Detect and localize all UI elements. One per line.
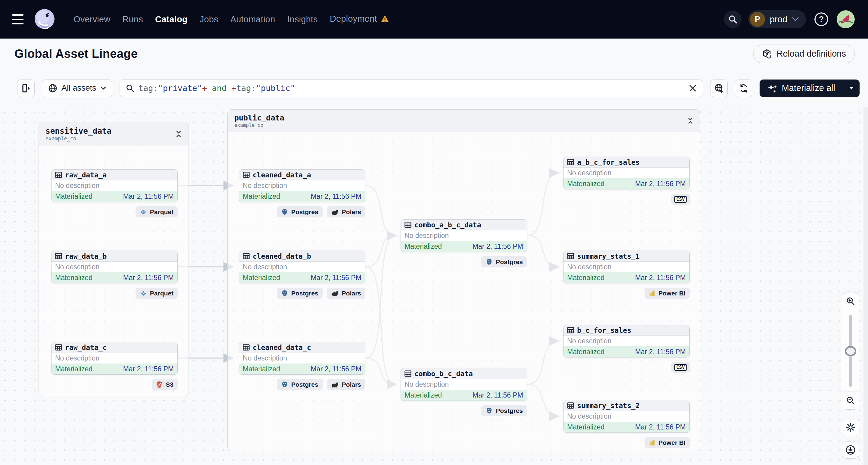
open-panel-icon — [21, 83, 31, 94]
nav-item-insights[interactable]: Insights — [287, 14, 318, 24]
materialize-all-split-button: Materialize all — [760, 80, 860, 97]
globe-plus-icon — [714, 83, 724, 93]
asset-description: No description — [239, 262, 365, 272]
asset-search-input[interactable]: tag:"private"+ and +tag:"public" — [120, 80, 703, 97]
polars-icon — [331, 209, 339, 215]
asset-node-cleaned-data-c[interactable]: cleaned_data_c No description Materializ… — [239, 342, 365, 375]
zoom-slider-thumb[interactable] — [845, 346, 856, 356]
tag-postgres: Postgres — [481, 405, 527, 416]
asset-node-combo-b-c-data[interactable]: combo_b_c_data No description Materializ… — [401, 368, 527, 401]
asset-node-raw-data-b[interactable]: raw_data_b No description Materialized M… — [51, 251, 178, 283]
status-badge: Materialized — [404, 391, 442, 399]
asset-node-b-c-for-sales[interactable]: b_c_for_sales No description Materialize… — [563, 324, 690, 358]
group-header[interactable]: sensitive_data example_co — [39, 122, 189, 146]
group-location: example_co — [234, 122, 284, 128]
asset-description: No description — [563, 336, 689, 346]
asset-name: cleaned_data_b — [253, 252, 311, 260]
environment-switcher[interactable]: P prod — [748, 10, 806, 28]
zoom-out-button[interactable] — [842, 392, 859, 409]
nav-item-deployment[interactable]: Deployment — [330, 14, 389, 25]
zoom-in-button[interactable] — [842, 292, 859, 310]
asset-node-a-b-c-for-sales[interactable]: a_b_c_for_sales No description Materiali… — [563, 157, 690, 189]
nav-item-overview[interactable]: Overview — [73, 14, 110, 24]
asset-tags: CSV — [563, 194, 690, 205]
polars-icon — [331, 290, 339, 297]
table-icon — [243, 253, 250, 259]
collapse-group-icon[interactable] — [175, 131, 182, 137]
page-title: Global Asset Lineage — [14, 47, 137, 61]
asset-node-summary-stats-2[interactable]: summary_stats_2 No description Materiali… — [563, 400, 690, 433]
tag-csv: CSV — [671, 194, 690, 205]
asset-description: No description — [52, 262, 177, 272]
nav-item-automation[interactable]: Automation — [230, 14, 275, 24]
asset-node-cleaned-data-b[interactable]: cleaned_data_b No description Materializ… — [239, 251, 365, 283]
asset-tags: Power BI — [563, 437, 690, 448]
csv-icon: CSV — [674, 364, 687, 371]
asset-scope-selector[interactable]: All assets — [42, 80, 112, 97]
postgres-icon — [281, 208, 288, 216]
asset-description: No description — [52, 180, 177, 191]
chevron-down-icon — [792, 17, 799, 21]
materialization-timestamp: Mar 2, 11:56 PM — [472, 242, 523, 251]
tag-parquet: Parquet — [135, 288, 178, 299]
zoom-out-icon — [846, 396, 855, 405]
asset-tags: Power BI — [563, 288, 690, 299]
collapse-group-icon[interactable] — [687, 118, 693, 124]
group-header[interactable]: public_data example_co — [228, 110, 700, 132]
zoom-slider[interactable] — [842, 310, 859, 392]
status-badge: Materialized — [243, 192, 280, 200]
table-icon — [55, 344, 62, 351]
materialize-all-button[interactable]: Materialize all — [760, 80, 843, 97]
materialization-timestamp: Mar 2, 11:56 PM — [635, 423, 686, 431]
asset-node-raw-data-a[interactable]: raw_data_a No description Materialized M… — [51, 169, 178, 202]
asset-description: No description — [239, 180, 365, 191]
lineage-toolbar: All assets tag:"private"+ and +tag:"publ… — [0, 69, 868, 107]
nav-item-runs[interactable]: Runs — [122, 14, 143, 24]
s3-icon — [156, 381, 163, 388]
table-icon — [243, 172, 250, 178]
status-badge: Materialized — [567, 180, 604, 188]
nav-item-jobs[interactable]: Jobs — [200, 14, 218, 24]
clear-search-icon[interactable] — [689, 84, 696, 92]
canvas-scrollbar[interactable] — [864, 107, 868, 465]
table-icon — [243, 344, 250, 351]
menu-icon[interactable] — [12, 14, 25, 24]
toggle-sidebar-button[interactable] — [17, 80, 35, 97]
asset-description: No description — [401, 379, 527, 390]
asset-tags: Postgres — [401, 405, 527, 416]
refresh-button[interactable] — [735, 80, 752, 97]
parquet-icon — [140, 208, 147, 216]
asset-node-raw-data-c[interactable]: raw_data_c No description Materialized M… — [51, 342, 178, 375]
asset-name: raw_data_b — [65, 252, 106, 260]
tag-postgres: Postgres — [277, 288, 322, 299]
asset-node-combo-a-b-c-data[interactable]: combo_a_b_c_data No description Material… — [401, 219, 527, 252]
table-icon — [567, 402, 574, 409]
asset-name: cleaned_data_c — [253, 344, 311, 351]
caret-down-icon — [849, 87, 854, 90]
globe-icon — [48, 84, 57, 93]
graph-settings-button[interactable] — [842, 418, 859, 436]
user-avatar[interactable] — [837, 10, 855, 28]
asset-node-summary-stats-1[interactable]: summary_stats_1 No description Materiali… — [563, 251, 690, 283]
reload-definitions-button[interactable]: Reload definitions — [753, 44, 855, 63]
nav-item-catalog[interactable]: Catalog — [155, 14, 188, 24]
asset-tags: Parquet — [51, 206, 178, 217]
asset-tags: Postgres Polars — [239, 206, 365, 217]
environment-name: prod — [770, 14, 787, 24]
materialize-options-caret[interactable] — [843, 80, 860, 97]
status-badge: Materialized — [567, 423, 604, 431]
zoom-control — [842, 292, 859, 410]
tag-power-bi: Power BI — [645, 288, 690, 299]
asset-tags: Postgres — [401, 256, 527, 268]
asset-node-cleaned-data-a[interactable]: cleaned_data_a No description Materializ… — [239, 169, 365, 202]
download-graph-button[interactable] — [842, 441, 859, 459]
materialization-timestamp: Mar 2, 11:56 PM — [311, 274, 362, 282]
status-badge: Materialized — [243, 274, 280, 282]
help-icon[interactable]: ? — [813, 10, 830, 28]
search-icon[interactable] — [724, 10, 742, 28]
lineage-canvas[interactable]: sensitive_data example_co public_data ex… — [0, 107, 868, 465]
group-name: public_data — [234, 114, 284, 122]
gear-icon — [845, 422, 856, 432]
dagster-logo[interactable] — [33, 8, 56, 31]
open-in-new-graph-button[interactable] — [710, 80, 727, 97]
